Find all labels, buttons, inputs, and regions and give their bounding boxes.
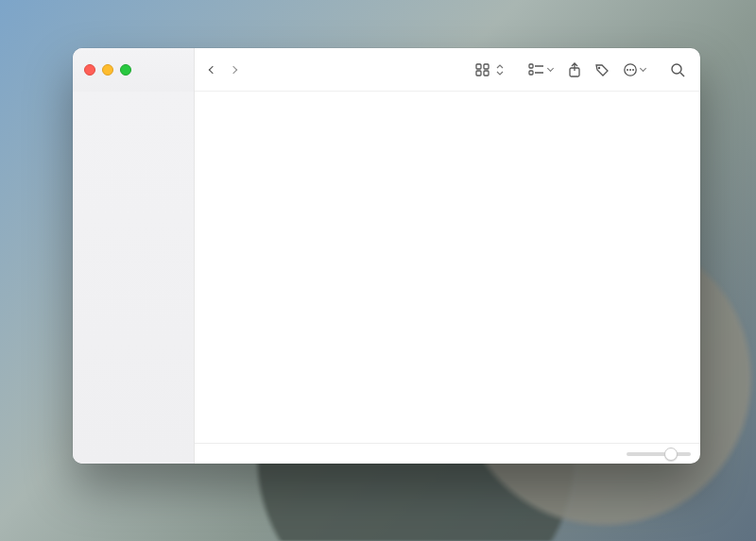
up-down-icon [496, 63, 504, 76]
share-button[interactable] [564, 59, 585, 80]
content-area [195, 92, 700, 464]
svg-rect-2 [476, 71, 481, 76]
chevron-left-icon [209, 65, 216, 73]
status-bar [195, 443, 700, 464]
search-button[interactable] [666, 59, 689, 80]
forward-button[interactable] [223, 57, 244, 83]
svg-point-11 [627, 69, 628, 71]
icon-size-slider[interactable] [627, 452, 691, 456]
group-icon [528, 63, 545, 76]
tags-button[interactable] [591, 59, 613, 80]
slider-thumb[interactable] [664, 448, 678, 461]
toolbar [195, 48, 700, 92]
share-icon [568, 62, 581, 77]
svg-point-9 [598, 66, 600, 68]
chevron-down-icon [640, 65, 646, 72]
tag-icon [594, 62, 610, 77]
chevron-down-icon [547, 65, 554, 72]
svg-rect-4 [529, 64, 533, 68]
maximize-button[interactable] [120, 64, 131, 76]
titlebar [73, 48, 700, 92]
close-button[interactable] [84, 64, 95, 76]
sidebar [73, 92, 195, 464]
svg-rect-5 [529, 71, 533, 75]
folder-content[interactable] [195, 92, 700, 443]
search-icon [670, 62, 685, 77]
svg-point-12 [629, 69, 631, 71]
chevron-right-icon [230, 65, 237, 73]
group-by-button[interactable] [524, 60, 557, 79]
back-button[interactable] [202, 57, 223, 83]
window-body [73, 92, 700, 464]
svg-point-14 [672, 64, 681, 74]
svg-line-15 [680, 73, 684, 76]
more-button[interactable] [619, 59, 649, 80]
svg-rect-0 [476, 64, 481, 69]
svg-rect-3 [484, 71, 489, 76]
finder-window [73, 48, 700, 464]
more-icon [623, 62, 638, 77]
svg-rect-1 [484, 64, 489, 69]
traffic-lights [73, 48, 195, 92]
grid-icon [475, 63, 494, 76]
svg-point-13 [632, 69, 634, 71]
view-mode-button[interactable] [472, 60, 507, 79]
minimize-button[interactable] [102, 64, 113, 76]
